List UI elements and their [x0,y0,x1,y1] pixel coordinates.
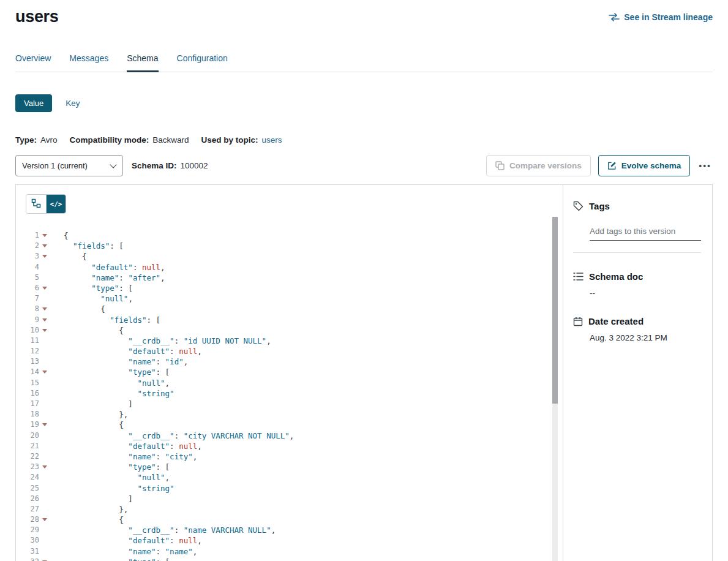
version-select[interactable]: Version 1 (current) [15,155,123,176]
code-line: 1{ [26,230,563,241]
compatibility-label: Compatibility mode: [70,135,149,145]
fold-toggle[interactable] [39,283,49,293]
fold-toggle[interactable] [39,304,49,314]
line-number: 8 [26,304,39,314]
stream-lineage-label: See in Stream lineage [624,12,713,22]
date-created-value: Aug. 3 2022 3:21 PM [590,333,701,342]
line-number: 27 [26,504,39,514]
fold-toggle [39,546,49,557]
fold-toggle [39,451,49,462]
fold-toggle[interactable] [39,514,49,525]
schema-sidebar: Tags Schema doc -- [563,185,712,561]
code-text: "name": "after", [49,273,165,283]
fold-toggle[interactable] [39,367,49,377]
line-number: 5 [26,273,39,283]
code-line: 22 "name": "city", [26,451,563,462]
code-text: "__crdb__": "city VARCHAR NOT NULL", [49,431,294,441]
fold-toggle [39,399,49,409]
code-line: 32 "type": [ [26,557,563,561]
editor-scrollbar-thumb[interactable] [552,217,558,404]
line-number: 7 [26,293,39,304]
code-text: { [49,230,69,241]
code-text: "type": [ [49,283,133,293]
type-label: Type: [15,135,37,145]
code-line: 15 "null", [26,378,563,388]
code-text: "__crdb__": "name VARCHAR NULL", [49,525,276,535]
more-options-button[interactable]: ••• [697,159,713,173]
tag-icon [573,201,584,211]
line-number: 22 [26,451,39,462]
code-view-icon: </> [50,200,62,208]
code-line: 2 "fields": [ [26,241,563,251]
fold-toggle[interactable] [39,251,49,262]
fold-toggle [39,431,49,441]
code-line: 3 { [26,251,563,262]
fold-toggle [39,293,49,304]
fold-toggle[interactable] [39,315,49,325]
fold-toggle [39,388,49,399]
code-line: 5 "name": "after", [26,273,563,283]
line-number: 30 [26,535,39,546]
tab-overview[interactable]: Overview [15,53,51,72]
fold-toggle[interactable] [39,325,49,336]
sidebar-divider [573,252,701,253]
code-text: }, [49,409,128,420]
stream-lineage-link[interactable]: See in Stream lineage [609,12,713,22]
code-text: { [49,251,87,262]
code-text: "null", [49,472,170,483]
add-tags-input[interactable] [590,224,701,241]
fold-toggle [39,483,49,494]
line-number: 9 [26,315,39,325]
code-view-button[interactable]: </> [46,195,66,213]
fold-toggle[interactable] [39,420,49,430]
fold-toggle [39,535,49,546]
code-text: ] [49,399,133,409]
line-number: 26 [26,494,39,504]
fold-toggle[interactable] [39,462,49,472]
code-lines: 1{2 "fields": [3 {4 "default": null,5 "n… [26,230,563,561]
date-created-section: Date created Aug. 3 2022 3:21 PM [573,316,701,342]
fold-toggle [39,262,49,273]
line-number: 14 [26,367,39,377]
tree-view-button[interactable] [26,195,46,213]
code-text: { [49,420,124,430]
key-toggle-button[interactable]: Key [66,99,80,108]
compare-versions-button[interactable]: Compare versions [486,155,591,176]
fold-toggle [39,336,49,346]
topic-link[interactable]: users [262,135,282,145]
code-text: { [49,304,105,314]
page: users See in Stream lineage Overview Mes… [0,0,728,561]
line-number: 20 [26,431,39,441]
tab-schema[interactable]: Schema [127,53,158,72]
value-toggle-button[interactable]: Value [15,94,52,112]
schema-controls-row: Version 1 (current) Schema ID: 100002 Co… [15,155,713,176]
tab-messages[interactable]: Messages [69,53,108,72]
evolve-schema-button[interactable]: Evolve schema [598,155,691,176]
line-number: 13 [26,356,39,367]
line-number: 21 [26,441,39,451]
line-number: 24 [26,472,39,483]
code-line: 28 { [26,514,563,525]
code-line: 10 { [26,325,563,336]
line-number: 6 [26,283,39,293]
code-text: }, [49,504,128,514]
code-text: "type": [ [49,557,170,561]
editor-scrollbar[interactable] [552,217,558,561]
code-line: 13 "name": "id", [26,356,563,367]
compare-icon [495,161,505,170]
line-number: 28 [26,514,39,525]
code-text: "name": "city", [49,451,197,462]
tab-configuration[interactable]: Configuration [177,53,228,72]
line-number: 16 [26,388,39,399]
fold-toggle[interactable] [39,241,49,251]
fold-toggle[interactable] [39,557,49,561]
fold-toggle [39,273,49,283]
fold-toggle[interactable] [39,230,49,241]
fold-toggle [39,441,49,451]
fold-toggle [39,494,49,504]
code-text: "default": null, [49,262,165,273]
code-line: 29 "__crdb__": "name VARCHAR NULL", [26,525,563,535]
code-line: 21 "default": null, [26,441,563,451]
line-number: 1 [26,230,39,241]
tags-section: Tags [573,201,701,253]
